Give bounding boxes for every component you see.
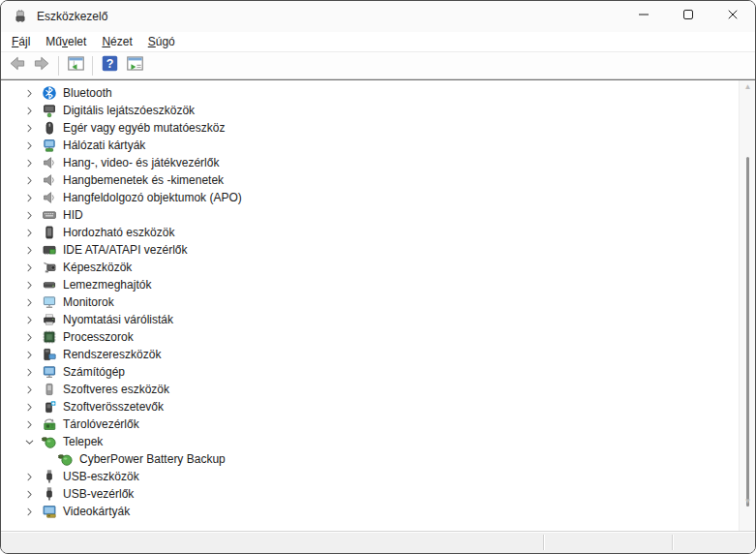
tree-item-label: Processzorok [63, 330, 134, 344]
tree-item-label: Tárolóvezérlők [63, 417, 139, 431]
show-hide-action-pane-button[interactable] [123, 54, 146, 77]
chevron-right-icon[interactable] [22, 295, 36, 309]
action-pane-icon [126, 54, 144, 77]
menu-help[interactable]: Súgó [140, 33, 183, 50]
chevron-right-icon[interactable] [22, 365, 36, 379]
tree-item-hangbemenetek-s-kimenetek[interactable]: Hangbemenetek és -kimenetek [1, 171, 739, 189]
software-device-icon [42, 382, 57, 397]
tree-item-digit-lis-lej-tsz-eszk-z-k[interactable]: Digitális lejátszóeszközök [1, 102, 739, 119]
chevron-right-icon[interactable] [22, 417, 36, 431]
console-tree-icon [67, 54, 85, 77]
chevron-right-icon[interactable] [22, 243, 36, 257]
chevron-down-icon[interactable] [22, 435, 36, 448]
toolbar: ? [1, 52, 755, 79]
svg-text:?: ? [106, 57, 113, 71]
tree-item-szoftver-sszetev-k[interactable]: Szoftverösszetevők [1, 398, 739, 416]
close-icon [725, 7, 741, 26]
tree-item-label: Hangbemenetek és -kimenetek [63, 173, 224, 187]
tree-item-processzorok[interactable]: Processzorok [1, 328, 739, 346]
tree-item-hid[interactable]: HID [1, 206, 739, 224]
menu-action[interactable]: Művelet [38, 33, 94, 50]
maximize-icon [680, 7, 696, 26]
ide-controller-icon [42, 242, 57, 258]
scrollbar-thumb[interactable] [746, 157, 749, 507]
statusbar-separator [672, 535, 673, 550]
tree-item-hangfeldolgoz-objektumok-apo[interactable]: Hangfeldolgozó objektumok (APO) [1, 189, 739, 206]
help-icon: ? [101, 54, 119, 77]
chevron-right-icon[interactable] [22, 470, 36, 483]
tree-item-ide-ata-atapi-vez-rl-k[interactable]: IDE ATA/ATAPI vezérlők [1, 241, 739, 259]
window-controls [621, 1, 755, 32]
tree-item-szoftveres-eszk-z-k[interactable]: Szoftveres eszközök [1, 381, 739, 398]
minimize-button[interactable] [621, 1, 666, 32]
imaging-device-icon [42, 260, 57, 275]
tree-item-label: Hangfeldolgozó objektumok (APO) [63, 191, 242, 204]
show-hide-console-tree-button[interactable] [64, 54, 87, 77]
tree-item-usb-vez-rl-k[interactable]: USB-vezérlők [1, 485, 739, 503]
chevron-right-icon[interactable] [22, 505, 36, 518]
chevron-right-icon[interactable] [22, 261, 36, 274]
tree-item-label: Telepek [63, 435, 103, 448]
tree-item-lemezmeghajt-k[interactable]: Lemezmeghajtók [1, 276, 739, 293]
processor-icon [42, 329, 57, 345]
tree-pane: BluetoothDigitális lejátszóeszközökEgér … [1, 79, 755, 531]
tree-item-k-peszk-z-k[interactable]: Képeszközök [1, 259, 739, 276]
tree-item-hang-video-s-j-t-kvez-rl-k[interactable]: Hang-, video- és játékvezérlők [1, 154, 739, 171]
forward-button[interactable] [30, 54, 53, 77]
chevron-right-icon[interactable] [22, 330, 36, 344]
chevron-right-icon[interactable] [22, 121, 36, 135]
tree-item-label: Szoftveres eszközök [63, 383, 169, 396]
tree-item-cyberpower-battery-backup[interactable]: CyberPower Battery Backup [1, 450, 739, 468]
chevron-right-icon[interactable] [22, 104, 36, 117]
tree-item-hordozhat-eszk-z-k[interactable]: Hordozható eszközök [1, 224, 739, 241]
monitor-icon [42, 294, 57, 310]
maximize-button[interactable] [666, 1, 711, 32]
device-manager-app-icon [13, 9, 28, 24]
tree-item-telepek[interactable]: Telepek [1, 433, 739, 450]
portable-device-icon [42, 225, 57, 240]
chevron-right-icon[interactable] [22, 156, 36, 169]
chevron-right-icon[interactable] [22, 383, 36, 396]
speaker-icon [42, 172, 57, 188]
chevron-right-icon[interactable] [22, 208, 36, 222]
toolbar-separator [58, 56, 59, 76]
vertical-scrollbar[interactable]: ▲ ▼ [739, 80, 755, 531]
chevron-right-icon[interactable] [22, 226, 36, 239]
tree-item-rendszereszk-z-k[interactable]: Rendszereszközök [1, 346, 739, 363]
back-button[interactable] [5, 54, 28, 77]
toolbar-separator [92, 56, 93, 76]
window-title: Eszközkezelő [37, 10, 621, 23]
tree-item-t-rol-vez-rl-k[interactable]: Tárolóvezérlők [1, 416, 739, 433]
scroll-up-icon[interactable]: ▲ [743, 82, 752, 91]
chevron-right-icon[interactable] [22, 191, 36, 204]
menu-view[interactable]: Nézet [94, 33, 139, 50]
scroll-down-icon[interactable]: ▼ [743, 497, 752, 506]
tree-item-monitorok[interactable]: Monitorok [1, 293, 739, 311]
chevron-right-icon[interactable] [22, 138, 36, 152]
tree-item-eg-r-vagy-egy-b-mutat-eszk-z[interactable]: Egér vagy egyéb mutatóeszköz [1, 119, 739, 137]
close-button[interactable] [711, 1, 755, 32]
menu-file[interactable]: Fájl [4, 33, 38, 50]
tree-item-label: Hordozható eszközök [63, 226, 174, 239]
chevron-right-icon[interactable] [22, 400, 36, 414]
menu-bar: FájlMűveletNézetSúgó [1, 32, 755, 52]
network-adapter-icon [42, 138, 57, 153]
tree-item-bluetooth[interactable]: Bluetooth [1, 84, 739, 102]
chevron-right-icon[interactable] [22, 173, 36, 187]
tree-item-label: Videokártyák [63, 505, 130, 518]
tree-item-usb-eszk-z-k[interactable]: USB-eszközök [1, 468, 739, 485]
tree-item-sz-m-t-g-p[interactable]: Számítógép [1, 363, 739, 381]
battery-icon [58, 451, 74, 467]
chevron-right-icon[interactable] [22, 278, 36, 292]
help-button[interactable]: ? [98, 54, 121, 77]
chevron-right-icon[interactable] [22, 313, 36, 326]
tree-item-nyomtat-si-v-r-list-k[interactable]: Nyomtatási várólisták [1, 311, 739, 328]
chevron-right-icon[interactable] [22, 487, 36, 501]
tree-item-label: Nyomtatási várólisták [63, 313, 173, 326]
tree-item-videok-rty-k[interactable]: Videokártyák [1, 503, 739, 520]
chevron-right-icon[interactable] [22, 348, 36, 361]
tree-item-label: Egér vagy egyéb mutatóeszköz [63, 121, 225, 135]
tree-item-h-l-zati-k-rty-k[interactable]: Hálózati kártyák [1, 137, 739, 154]
tree-item-label: Bluetooth [63, 86, 112, 100]
chevron-right-icon[interactable] [22, 86, 36, 100]
